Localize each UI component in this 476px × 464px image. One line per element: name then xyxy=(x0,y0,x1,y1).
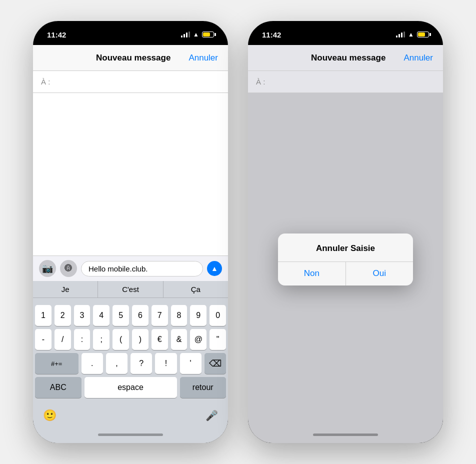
key-row-symbols: - / : ; ( ) € & @ " xyxy=(35,329,226,350)
autocomplete-row: Je C'est Ça xyxy=(33,281,228,298)
key-2[interactable]: 2 xyxy=(54,305,71,326)
keyboard: Je C'est Ça 1 2 3 4 5 6 7 8 9 0 xyxy=(33,281,228,443)
battery-icon xyxy=(202,32,214,38)
to-label-left: À : xyxy=(41,78,50,86)
key-space[interactable]: espace xyxy=(84,377,177,398)
nav-bar-right: Nouveau message Annuler xyxy=(248,45,443,71)
status-bar-right: 11:42 ▲ xyxy=(248,21,443,45)
nav-title-right: Nouveau message xyxy=(311,53,386,63)
autocomplete-ca[interactable]: Ça xyxy=(163,281,228,298)
key-exclaim[interactable]: ! xyxy=(155,353,176,374)
alert-dialog: Annuler Saisie Non Oui xyxy=(278,234,413,286)
key-hash[interactable]: #+= xyxy=(35,353,78,374)
key-colon[interactable]: : xyxy=(74,329,90,350)
cancel-button-left[interactable]: Annuler xyxy=(188,53,218,63)
key-6[interactable]: 6 xyxy=(132,305,148,326)
key-apostrophe[interactable]: ' xyxy=(180,353,202,374)
emoji-icon[interactable]: 🙂 xyxy=(39,405,60,426)
key-period[interactable]: . xyxy=(82,353,103,374)
key-return[interactable]: retour xyxy=(180,377,226,398)
alert-overlay: Annuler Saisie Non Oui xyxy=(248,93,443,426)
keyboard-keys: 1 2 3 4 5 6 7 8 9 0 - / : ; ( xyxy=(33,301,228,403)
signal-icon xyxy=(181,32,190,38)
alert-yes-button[interactable]: Oui xyxy=(346,262,414,286)
key-euro[interactable]: € xyxy=(152,329,168,350)
key-0[interactable]: 0 xyxy=(210,305,226,326)
keyboard-bottom: 🙂 🎤 xyxy=(33,403,228,426)
message-text: Hello mobile.club. xyxy=(88,264,148,273)
key-row-numbers: 1 2 3 4 5 6 7 8 9 0 xyxy=(35,305,226,326)
key-quote[interactable]: " xyxy=(210,329,226,350)
key-comma[interactable]: , xyxy=(106,353,128,374)
key-5[interactable]: 5 xyxy=(112,305,129,326)
wifi-icon: ▲ xyxy=(193,31,199,38)
status-bar-left: 11:42 ▲ xyxy=(33,21,228,45)
home-bar-left xyxy=(98,434,163,436)
key-4[interactable]: 4 xyxy=(93,305,110,326)
key-abc[interactable]: ABC xyxy=(35,377,82,398)
status-icons-left: ▲ xyxy=(181,31,214,38)
message-input[interactable]: Hello mobile.club. xyxy=(81,261,203,276)
signal-icon-right xyxy=(396,32,405,38)
time-right: 11:42 xyxy=(262,30,281,39)
key-at[interactable]: @ xyxy=(190,329,206,350)
alert-buttons: Non Oui xyxy=(278,262,413,286)
key-3[interactable]: 3 xyxy=(74,305,90,326)
nav-bar-left: Nouveau message Annuler xyxy=(33,45,228,71)
home-bar-right xyxy=(313,434,378,436)
key-row-bottom: ABC espace retour xyxy=(35,377,226,398)
alert-no-button[interactable]: Non xyxy=(278,262,346,286)
app-icon[interactable]: 🅐 xyxy=(60,260,77,277)
key-semicolon[interactable]: ; xyxy=(93,329,110,350)
camera-icon[interactable]: 📷 xyxy=(39,260,56,277)
key-8[interactable]: 8 xyxy=(171,305,188,326)
key-7[interactable]: 7 xyxy=(152,305,168,326)
to-field-right[interactable]: À : xyxy=(248,71,443,93)
send-button[interactable]: ▲ xyxy=(207,261,222,276)
home-indicator-right xyxy=(248,426,443,443)
alert-title: Annuler Saisie xyxy=(278,234,413,262)
cancel-button-right[interactable]: Annuler xyxy=(404,53,433,63)
autocomplete-je[interactable]: Je xyxy=(33,281,98,298)
right-phone: 11:42 ▲ Nouveau message Annuler xyxy=(248,21,443,443)
nav-title-left: Nouveau message xyxy=(96,53,170,63)
key-9[interactable]: 9 xyxy=(190,305,206,326)
status-icons-right: ▲ xyxy=(396,31,429,38)
key-question[interactable]: ? xyxy=(130,353,152,374)
key-cparen[interactable]: ) xyxy=(132,329,148,350)
key-1[interactable]: 1 xyxy=(35,305,52,326)
message-area-right: Annuler Saisie Non Oui xyxy=(248,93,443,426)
key-dash[interactable]: - xyxy=(35,329,52,350)
key-slash[interactable]: / xyxy=(54,329,71,350)
home-indicator-left xyxy=(33,426,228,443)
message-input-bar: 📷 🅐 Hello mobile.club. ▲ xyxy=(33,256,228,281)
wifi-icon-right: ▲ xyxy=(408,31,414,38)
key-backspace[interactable]: ⌫ xyxy=(204,353,226,374)
autocomplete-cest[interactable]: C'est xyxy=(98,281,162,298)
to-label-right: À : xyxy=(256,78,265,86)
mic-icon[interactable]: 🎤 xyxy=(202,406,222,426)
left-phone: 11:42 ▲ Nouveau message Annuler xyxy=(33,21,228,443)
battery-icon-right xyxy=(417,32,429,38)
key-row-misc: #+= . , ? ! ' ⌫ xyxy=(35,353,226,374)
to-field-left[interactable]: À : xyxy=(33,71,228,93)
key-oparen[interactable]: ( xyxy=(112,329,129,350)
time-left: 11:42 xyxy=(47,30,66,39)
message-area-left xyxy=(33,93,228,256)
key-amp[interactable]: & xyxy=(171,329,188,350)
